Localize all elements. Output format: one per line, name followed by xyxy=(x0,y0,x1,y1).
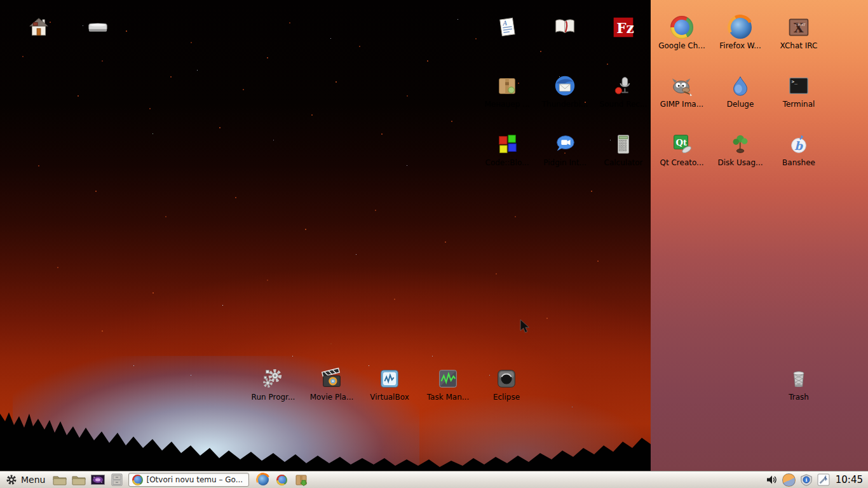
desktop-icon-deluge[interactable]: Deluge xyxy=(712,73,768,109)
wand-tool-icon[interactable] xyxy=(817,473,831,487)
firefox-icon xyxy=(728,15,753,40)
wallpaper-right xyxy=(651,0,868,471)
desktop-icon-label: GIMP Ima... xyxy=(660,100,703,109)
desktop-icon-xchat[interactable]: XCHAT XChat IRC xyxy=(771,15,827,50)
google-chrome-icon xyxy=(669,15,695,40)
desktop-icon-label: Movie Pla... xyxy=(310,393,354,402)
firefox-icon xyxy=(257,474,269,485)
task-button-chrome-window[interactable]: [Otvori novu temu – Go... xyxy=(128,473,249,487)
desktop-icon-label: Calculator xyxy=(604,159,643,167)
harddisk-icon xyxy=(85,15,111,40)
clapperboard-icon xyxy=(319,366,344,391)
folder-launcher[interactable] xyxy=(71,473,86,487)
home-icon xyxy=(26,15,51,40)
image-viewer-launcher[interactable] xyxy=(90,473,105,487)
chat-bubble-icon xyxy=(552,132,578,157)
eclipse-icon xyxy=(494,366,519,391)
picture-icon xyxy=(91,475,105,485)
desktop-icon-archive-manager[interactable]: Менаџер ... xyxy=(479,73,535,109)
package-manager-launcher[interactable] xyxy=(294,473,308,487)
calculator-icon xyxy=(611,132,636,157)
desktop-icon-label: Terminal xyxy=(783,100,815,109)
desktop-icon-dictionary[interactable] xyxy=(537,15,593,42)
document-icon: A xyxy=(494,15,520,40)
archive-box-icon xyxy=(494,73,520,98)
gears-icon xyxy=(261,366,286,391)
desktop-icon-banshee[interactable]: b Banshee xyxy=(771,132,827,167)
xchat-icon: XCHAT xyxy=(786,15,811,40)
microphone-icon xyxy=(611,73,636,98)
menu-button[interactable]: Menu xyxy=(3,472,48,487)
desktop-icon-virtualbox[interactable]: VirtualBox xyxy=(362,366,417,402)
folder-icon xyxy=(53,474,67,485)
desktop-icon-diskusage[interactable]: Disk Usag... xyxy=(712,132,768,167)
desktop-icon-firefox[interactable]: Firefox W... xyxy=(712,15,768,50)
svg-text:b: b xyxy=(794,139,803,152)
desktop-icon-sound-recorder[interactable]: Sound Rec... xyxy=(595,73,651,109)
banshee-icon: b xyxy=(786,132,811,157)
google-chrome-icon xyxy=(132,475,143,485)
desktop-icon-movie-player[interactable]: Movie Pla... xyxy=(304,366,360,402)
desktop-icon-label: XChat IRC xyxy=(780,42,818,50)
menu-label: Menu xyxy=(21,475,45,485)
desktop-icon-label: Thunderbi... xyxy=(542,100,588,109)
tray-sun-sea-icon[interactable] xyxy=(782,473,796,487)
security-shield-icon[interactable]: i xyxy=(799,473,813,487)
desktop-icon-label: Run Progr... xyxy=(252,393,295,402)
filezilla-icon: Fz xyxy=(611,15,636,40)
svg-text:>_: >_ xyxy=(792,79,798,85)
desktop-icon-label: Firefox W... xyxy=(719,42,761,50)
virtualbox-icon xyxy=(377,366,402,391)
google-chrome-icon xyxy=(276,475,287,485)
desktop-icon-thunderbird[interactable]: Thunderbi... xyxy=(537,73,593,109)
mouse-cursor xyxy=(520,320,530,334)
desktop-icon-calculator[interactable]: Calculator xyxy=(595,132,651,167)
file-cabinet-launcher[interactable] xyxy=(109,473,124,487)
desktop-icon-task-manager[interactable]: Task Man... xyxy=(420,366,476,402)
desktop-icon-label: Менаџер ... xyxy=(484,100,529,109)
desktop-icon-label: Deluge xyxy=(727,100,754,109)
desktop-icon-abiword[interactable]: A xyxy=(479,15,535,42)
desktop-icon-label: Sound Rec... xyxy=(600,100,648,109)
taskbar: Menu [Otvori novu temu – Go... i 10:45 xyxy=(0,471,868,488)
desktop-icon-codeblocks[interactable]: Code::Blo... xyxy=(479,132,535,167)
task-monitor-icon xyxy=(435,366,461,391)
terminal-icon: >_ xyxy=(786,73,811,98)
desktop-icon-filezilla[interactable]: Fz xyxy=(595,15,651,42)
menu-gear-icon xyxy=(6,474,17,485)
desktop-icon-eclipse[interactable]: Eclipse xyxy=(478,366,534,402)
svg-text:CHAT: CHAT xyxy=(796,23,806,27)
desktop-icon-pidgin[interactable]: Pidgin Int... xyxy=(537,132,593,167)
trash-icon xyxy=(786,366,811,391)
desktop-icon-run-program[interactable]: Run Progr... xyxy=(245,366,301,402)
clock[interactable]: 10:45 xyxy=(836,474,863,485)
desktop-icon-google-chrome[interactable]: Google Ch... xyxy=(654,15,710,50)
svg-text:Qt: Qt xyxy=(676,138,688,147)
volume-icon[interactable] xyxy=(765,473,779,487)
svg-text:Fz: Fz xyxy=(616,20,634,36)
desktop-icon-qtcreator[interactable]: Qt Qt Creato... xyxy=(654,132,710,167)
desktop-icon-gimp[interactable]: GIMP Ima... xyxy=(654,73,710,109)
svg-text:i: i xyxy=(805,477,807,483)
desktop-icon-label: Trash xyxy=(789,393,809,402)
task-button-title: [Otvori novu temu – Go... xyxy=(146,475,243,484)
bonsai-tree-icon xyxy=(728,132,753,157)
desktop-icon-terminal[interactable]: >_ Terminal xyxy=(771,73,827,109)
chrome-launcher[interactable] xyxy=(275,473,289,487)
desktop-icon-label: Banshee xyxy=(782,159,815,167)
book-icon xyxy=(552,15,578,40)
desktop-icon-label: Eclipse xyxy=(493,393,520,402)
firefox-launcher[interactable] xyxy=(255,473,270,487)
desktop-icon-home[interactable] xyxy=(11,15,67,42)
folder-icon xyxy=(72,474,86,485)
desktop-icon-harddisk[interactable] xyxy=(70,15,126,42)
desktop-icon-trash[interactable]: Trash xyxy=(771,366,827,402)
gimp-icon xyxy=(669,73,695,98)
desktop-icon-label: Google Ch... xyxy=(658,42,705,50)
desktop-icon-label: Task Man... xyxy=(427,393,469,402)
file-manager-launcher[interactable] xyxy=(52,473,67,487)
desktop-icon-label: Code::Blo... xyxy=(485,159,529,167)
desktop-icon-label: Qt Creato... xyxy=(660,159,703,167)
desktop: A Fz Менаџер ... Thunderbi... Sound Rec.… xyxy=(0,0,868,471)
desktop-icon-label: Disk Usag... xyxy=(717,159,763,167)
